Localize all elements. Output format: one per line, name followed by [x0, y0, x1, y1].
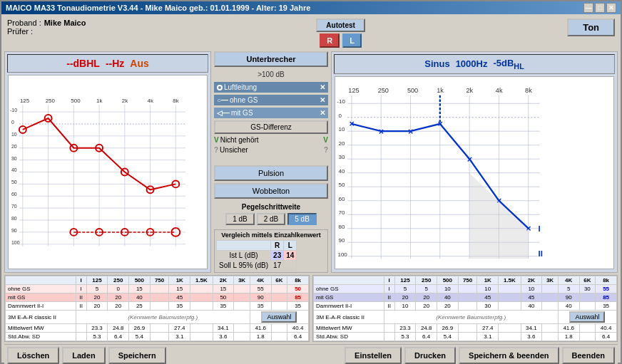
- autotest-button[interactable]: Autotest: [316, 19, 365, 32]
- unterbrecher-button[interactable]: Unterbrecher: [214, 51, 328, 67]
- ohne-gs-x: ✕: [320, 96, 325, 104]
- proband-value: Mike Maico: [44, 19, 86, 27]
- table-row: Dammwert II-I II 20202535353535: [6, 302, 309, 311]
- svg-text:100: 100: [337, 251, 347, 257]
- table-row: mit GS II 20204045459085: [314, 293, 617, 302]
- luftleitung-label: Luftleitung: [224, 83, 257, 91]
- loeschen-button[interactable]: Löschen: [7, 347, 59, 364]
- wobbelton-button[interactable]: Wobbelton: [214, 183, 328, 199]
- table-row: 3M E-A-R classic II (Kennwerte Baumuster…: [6, 311, 309, 324]
- kennwerte-label-l: (Kennwerte Baumusterpfg.): [384, 311, 558, 324]
- sinus-label: Sinus: [424, 58, 449, 69]
- svg-text:90: 90: [339, 237, 345, 244]
- left-hz-value: --Hz: [106, 58, 124, 69]
- l-button[interactable]: L: [342, 33, 362, 48]
- middle-row: --dBHL --Hz Aus: [4, 51, 618, 273]
- table-left-header-2k: 2K: [213, 276, 234, 285]
- speichern-beenden-button[interactable]: Speichern & beenden: [459, 347, 559, 364]
- table-row: Std.Abw. SD 5.36.45.43.13.61.86.4: [6, 333, 309, 341]
- svg-text:0: 0: [11, 120, 14, 125]
- pruefer-label: Prüfer :: [7, 27, 33, 36]
- laden-button[interactable]: Laden: [62, 347, 105, 364]
- ohne-gs-label: ohne GS: [230, 96, 258, 104]
- table-row: mit GS II 20204045509085: [6, 293, 309, 302]
- maximize-button[interactable]: □: [595, 3, 605, 13]
- right-audiogram-chart[interactable]: 125 250 500 1k 2k 4k 8k -10 0 10 20 30 4…: [335, 76, 614, 269]
- ear-model-label-l: 3M E-A-R classic II: [314, 311, 384, 324]
- bottom-section: I 125 250 500 750 1K 1.5K 2K 3K 4K 6K 8k: [4, 275, 618, 342]
- minimize-button[interactable]: —: [583, 3, 593, 13]
- ohne-gs-label-r: ohne GS: [6, 285, 76, 293]
- svg-text:50: 50: [339, 182, 345, 188]
- left-data-table: I 125 250 500 750 1K 1.5K 2K 3K 4K 6K 8k: [5, 276, 309, 341]
- svg-text:250: 250: [46, 98, 56, 104]
- svg-text:II: II: [538, 249, 542, 257]
- pegel-2db-button[interactable]: 2 dB: [257, 213, 286, 225]
- svg-text:I: I: [538, 224, 540, 233]
- proband-label: Proband :: [7, 19, 41, 27]
- svg-text:90: 90: [11, 228, 17, 233]
- right-audiogram-panel: Sinus 1000Hz -5dBHL 125 250 500 1k 2k 4k: [331, 51, 618, 273]
- svg-text:10: 10: [339, 126, 345, 132]
- pegel-label: Pegelschrittweite: [242, 203, 300, 211]
- svg-text:8k: 8k: [525, 87, 532, 94]
- stdabw-label-r: Std.Abw. SD: [6, 333, 76, 341]
- vergleich-title: Vergleich mittels Einzahlkenwert: [216, 232, 326, 239]
- table-left-header-500: 500: [129, 276, 151, 285]
- auswahl-button-right[interactable]: Auswahl: [569, 311, 605, 323]
- unsicher-label: Unsicher: [220, 146, 322, 154]
- autotest-section: Autotest R L: [316, 19, 365, 48]
- ton-button[interactable]: Ton: [567, 19, 615, 36]
- table-left-header-8k: 8k: [287, 276, 309, 285]
- vergleich-soll-r: 17: [271, 261, 284, 271]
- beenden-button[interactable]: Beenden: [562, 347, 615, 364]
- svg-text:250: 250: [378, 87, 389, 94]
- svg-text:30: 30: [11, 156, 17, 161]
- drucken-button[interactable]: Drucken: [404, 347, 456, 364]
- svg-text:0: 0: [339, 112, 342, 118]
- close-button[interactable]: ✕: [606, 3, 616, 13]
- table-left-header-750: 750: [150, 276, 169, 285]
- table-left-header-3k: 3K: [234, 276, 250, 285]
- main-window: MAICO MA33 Tonaudiometrie V3.44 - Mike M…: [0, 0, 622, 364]
- svg-text:4k: 4k: [496, 87, 503, 94]
- table-right-header-6k: 6K: [579, 276, 596, 285]
- svg-text:10: 10: [11, 132, 17, 137]
- ohne-gs-label-l: ohne GS: [314, 285, 384, 293]
- table-right-header-15k: 1.5K: [499, 276, 521, 285]
- speichern-button[interactable]: Speichern: [108, 347, 166, 364]
- pegel-5db-button[interactable]: 5 dB: [287, 213, 317, 225]
- rl-buttons: R L: [320, 33, 362, 48]
- svg-text:×: ×: [350, 119, 355, 129]
- table-row: 3M E-A-R classic II (Kennwerte Baumuster…: [314, 311, 617, 324]
- pulsion-button[interactable]: Pulsion: [214, 165, 328, 181]
- r-button[interactable]: R: [320, 33, 340, 48]
- left-audiogram-chart[interactable]: 125 250 500 1k 2k 4k 8k -10 0 10 20 30 4…: [8, 75, 208, 269]
- auswahl-button-left[interactable]: Auswahl: [261, 311, 297, 323]
- title-text: MAICO MA33 Tonaudiometrie V3.44 - Mike M…: [6, 4, 310, 12]
- mittelwert-label-l: Mittelwert MW: [314, 324, 384, 333]
- ohne-gs-dash: ○—: [217, 96, 228, 104]
- mit-gs-label: mit GS: [231, 109, 253, 117]
- einstellen-button[interactable]: Einstellen: [345, 347, 402, 364]
- svg-text:8k: 8k: [173, 98, 178, 104]
- luftleitung-x: ✕: [320, 83, 325, 91]
- vergleich-table: R L Ist L (dB) 23 14 Soll L 95% (dB) 17: [216, 240, 297, 271]
- unsicher-row: ? Unsicher ?: [214, 146, 328, 154]
- pegel-1db-button[interactable]: 1 dB: [225, 213, 255, 225]
- luftleitung-circle: [217, 85, 223, 90]
- table-row: ohne GS I 5510101053055: [314, 285, 617, 293]
- title-bar-buttons: — □ ✕: [583, 3, 616, 13]
- dammwert-label-l: Dammwert II-I: [314, 302, 384, 311]
- vergleich-l-header: L: [284, 241, 297, 251]
- table-right-header-2k: 2K: [521, 276, 542, 285]
- vergleich-r-header: R: [271, 241, 284, 251]
- table-left-header-1k: 1K: [169, 276, 190, 285]
- svg-text:100: 100: [11, 240, 20, 245]
- table-row: Dammwert II-I II 10202030404035: [314, 302, 617, 311]
- table-row: Mittelwert MW 23.324.826.927.434.141.640…: [314, 324, 617, 333]
- svg-text:60: 60: [339, 195, 345, 202]
- main-content: Proband : Mike Maico Prüfer : Autotest R…: [1, 14, 621, 364]
- gs-differenz-button[interactable]: GS-Differenz: [214, 120, 328, 134]
- right-sinus-display: Sinus 1000Hz -5dBHL: [334, 54, 615, 74]
